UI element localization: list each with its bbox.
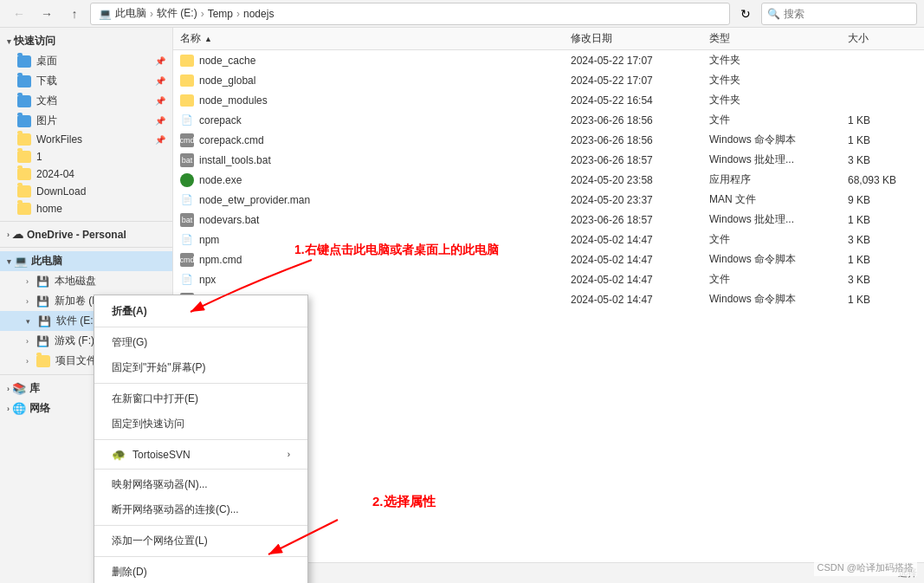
table-row[interactable]: node.exe 2024-05-20 23:58 应用程序 68,093 KB — [173, 170, 924, 190]
context-menu: 折叠(A) 管理(G) 固定到"开始"屏幕(P) 在新窗口中打开(E) 固定到快… — [94, 295, 308, 583]
bat-icon: bat — [180, 213, 194, 227]
folder-icon — [17, 75, 31, 87]
ctx-item-pin-quick-access[interactable]: 固定到快速访问 — [94, 411, 307, 437]
sort-arrow-icon: ▲ — [204, 35, 212, 43]
quick-access-section: ▾ 快速访问 桌面 📌 下载 📌 文档 📌 图片 📌 — [0, 31, 172, 217]
divider — [0, 247, 172, 248]
onedrive-header[interactable]: › ☁ OneDrive - Personal — [0, 225, 172, 243]
this-pc-header[interactable]: ▾ 💻 此电脑 — [0, 251, 172, 271]
sidebar-item-download[interactable]: 下载 📌 — [0, 71, 172, 91]
title-bar: ← → ↑ 💻 此电脑 › 软件 (E:) › Temp › nodejs ↻ … — [0, 0, 924, 28]
ctx-item-delete[interactable]: 删除(D) — [94, 560, 307, 583]
table-row[interactable]: node_modules 2024-05-22 16:54 文件夹 — [173, 90, 924, 110]
folder-icon — [17, 133, 31, 146]
sidebar-item-desktop[interactable]: 桌面 📌 — [0, 51, 172, 71]
ctx-item-pin-start[interactable]: 固定到"开始"屏幕(P) — [94, 355, 307, 380]
sidebar-item-label: 软件 (E:) — [56, 314, 97, 328]
expand-icon: ▾ — [7, 257, 11, 266]
sidebar-item-workfiles[interactable]: WorkFiles 📌 — [0, 131, 172, 148]
table-row[interactable]: node_cache 2024-05-22 17:07 文件夹 — [173, 50, 924, 70]
file-icon: 📄 — [180, 193, 194, 207]
table-row[interactable]: 📄npm 2024-05-02 14:47 文件 3 KB — [173, 230, 924, 249]
pin-icon: 📌 — [155, 76, 165, 86]
tortoise-icon: 🐢 — [112, 448, 126, 461]
library-icon: 📚 — [12, 382, 26, 395]
expand-icon: › — [26, 297, 29, 306]
bat-icon: bat — [180, 153, 194, 167]
sidebar-item-label: 下载 — [36, 74, 57, 88]
drive-icon: 💾 — [36, 275, 49, 288]
up-button[interactable]: ↑ — [62, 3, 87, 24]
network-label: 网络 — [29, 401, 50, 416]
table-row[interactable]: batinstall_tools.bat 2023-06-26 18:57 Wi… — [173, 150, 924, 170]
file-header: 名称 ▲ 修改日期 类型 大小 — [173, 28, 924, 50]
submenu-arrow-icon: › — [288, 450, 290, 459]
col-name[interactable]: 名称 ▲ — [180, 31, 571, 46]
crumb-drive[interactable]: 软件 (E:) — [157, 6, 197, 21]
drive-icon: 💾 — [36, 295, 49, 308]
folder-icon — [180, 94, 194, 107]
expand-icon: › — [26, 277, 29, 286]
ctx-separator — [94, 525, 307, 526]
search-input[interactable] — [784, 8, 911, 20]
crumb-nodejs[interactable]: nodejs — [243, 8, 274, 20]
sidebar-item-label: 图片 — [36, 113, 57, 128]
sidebar-item-label: 游戏 (F:) — [55, 334, 94, 348]
ctx-item-open-new-window[interactable]: 在新窗口中打开(E) — [94, 386, 307, 411]
col-size[interactable]: 大小 — [848, 31, 917, 46]
ctx-item-collapse[interactable]: 折叠(A) — [94, 299, 307, 324]
expand-icon: ▾ — [7, 37, 11, 46]
folder-icon — [17, 203, 31, 215]
quick-access-header[interactable]: ▾ 快速访问 — [0, 31, 172, 51]
pin-icon: 📌 — [155, 56, 165, 66]
ctx-item-disconnect-drive[interactable]: 断开网络驱动器的连接(C)... — [94, 497, 307, 522]
sidebar-item-documents[interactable]: 文档 📌 — [0, 91, 172, 111]
cloud-icon: ☁ — [12, 228, 23, 241]
sidebar-item-label: 2024-04 — [36, 168, 74, 180]
folder-icon — [17, 55, 31, 68]
table-row[interactable]: cmdnpm.cmd 2024-05-02 14:47 Windows 命令脚本… — [173, 249, 924, 269]
back-button[interactable]: ← — [7, 3, 31, 24]
expand-icon: › — [7, 405, 10, 413]
ctx-item-manage[interactable]: 管理(G) — [94, 330, 307, 355]
folder-icon — [180, 74, 194, 87]
sidebar-item-label: 文档 — [36, 94, 57, 108]
folder-icon — [17, 95, 31, 107]
crumb-temp[interactable]: Temp — [208, 8, 233, 20]
ctx-item-add-network-location[interactable]: 添加一个网络位置(L) — [94, 528, 307, 554]
ctx-separator — [94, 383, 307, 384]
sidebar-item-1[interactable]: 1 — [0, 148, 172, 165]
sidebar-item-2024-04[interactable]: 2024-04 — [0, 165, 172, 183]
refresh-button[interactable]: ↻ — [733, 3, 758, 24]
computer-icon: 💻 — [14, 255, 28, 268]
exe-icon — [180, 173, 194, 187]
crumb-pc[interactable]: 此电脑 — [115, 6, 146, 21]
sidebar-item-local-disk[interactable]: › 💾 本地磁盘 — [0, 271, 172, 291]
sidebar-item-label: 1 — [36, 151, 42, 163]
table-row[interactable]: 📄corepack 2023-06-26 18:56 文件 1 KB — [173, 110, 924, 130]
sidebar-item-download-folder[interactable]: DownLoad — [0, 183, 172, 200]
sidebar-item-home[interactable]: home — [0, 200, 172, 217]
folder-icon — [36, 355, 50, 367]
table-row[interactable]: 📄npx 2024-05-02 14:47 文件 3 KB — [173, 269, 924, 289]
pc-icon: 💻 — [98, 8, 112, 20]
table-row[interactable]: batnodevars.bat 2023-06-26 18:57 Windows… — [173, 210, 924, 230]
sidebar-item-pictures[interactable]: 图片 📌 — [0, 111, 172, 131]
expand-icon: › — [26, 337, 29, 346]
drive-icon: 💾 — [36, 335, 49, 347]
pin-icon: 📌 — [155, 135, 165, 145]
address-bar[interactable]: 💻 此电脑 › 软件 (E:) › Temp › nodejs — [90, 3, 730, 25]
table-row[interactable]: cmdcorepack.cmd 2023-06-26 18:56 Windows… — [173, 130, 924, 150]
forward-button[interactable]: → — [35, 3, 59, 24]
expand-icon: › — [7, 385, 10, 393]
table-row[interactable]: 📄node_etw_provider.man 2024-05-20 23:37 … — [173, 190, 924, 210]
col-type[interactable]: 类型 — [709, 31, 848, 46]
table-row[interactable]: node_global 2024-05-22 17:07 文件夹 — [173, 70, 924, 90]
search-icon: 🔍 — [767, 8, 780, 20]
ctx-separator — [94, 469, 307, 470]
ctx-separator — [94, 327, 307, 327]
ctx-item-map-drive[interactable]: 映射网络驱动器(N)... — [94, 472, 307, 497]
ctx-item-tortoisesvn[interactable]: 🐢 TortoiseSVN › — [94, 443, 307, 466]
col-date[interactable]: 修改日期 — [571, 31, 709, 46]
ctx-separator — [94, 439, 307, 440]
